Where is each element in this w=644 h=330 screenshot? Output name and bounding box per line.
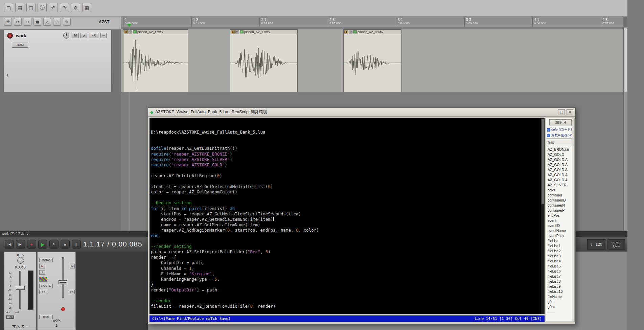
repeat-button[interactable]: ↻ (49, 240, 59, 249)
media-item[interactable]: ▮Mipl0000_AZ_1.wav (123, 29, 188, 92)
watch-variable[interactable]: gfx (548, 299, 574, 304)
glue-items-icon[interactable]: ∪ (24, 18, 31, 26)
master-gain-readout[interactable]: 0.00dB (4, 265, 36, 269)
watch-variable[interactable]: fileList.10 (548, 289, 574, 294)
track-more-button[interactable]: ⋯ (100, 33, 107, 38)
master-output-icon[interactable]: ◉ (16, 253, 19, 257)
mixer-route-button[interactable]: ROUTE (39, 284, 53, 288)
track-name[interactable]: work (16, 33, 26, 38)
panel-scrollbar[interactable] (572, 118, 574, 322)
scrollbar-thumb[interactable] (624, 28, 627, 92)
close-button[interactable]: × (567, 109, 573, 115)
grid-snap-icon[interactable]: ▦ (33, 18, 41, 26)
item-notes-button[interactable]: i (133, 30, 137, 33)
redo-icon[interactable]: ↷ (60, 3, 69, 12)
watch-variable[interactable]: fileList.6 (548, 269, 574, 274)
work-mixer-strip[interactable]: MONO M S ROUTE FX M FX TRIM work 1 (37, 252, 76, 330)
watch-variable[interactable]: fileList.4 (548, 259, 574, 264)
watch-name-header[interactable]: 名前 (546, 138, 574, 146)
watch-variable[interactable]: AZ_GOLD.A (548, 167, 574, 172)
open-project-icon[interactable]: ▤ (15, 3, 24, 12)
edit-cursor-marker[interactable] (127, 24, 132, 27)
mixer-solo-button[interactable]: S (39, 270, 45, 275)
master-mono-icon[interactable]: ∿ (21, 253, 24, 257)
master-pan-knob[interactable] (17, 257, 24, 264)
work-fader-handle[interactable] (59, 280, 67, 284)
watch-variable[interactable]: AZ_SILVER (548, 183, 574, 188)
watch-variable[interactable]: container (548, 193, 574, 198)
mixer-fx-button[interactable]: FX (39, 290, 48, 294)
track-solo-button[interactable]: S (80, 33, 87, 38)
watch-variable[interactable]: AZ_BRONZE (548, 147, 574, 152)
track-fx-button[interactable]: FX (89, 33, 98, 38)
watch-variable[interactable]: containerN (548, 203, 574, 208)
watch-variable[interactable]: fileList.8 (548, 279, 574, 284)
watch-variable[interactable]: eventName (548, 228, 574, 233)
watch-variable[interactable]: AZ_GOLD.A (548, 172, 574, 178)
watch-variable[interactable]: eventPath (548, 233, 574, 238)
mixer-mono-button[interactable]: MONO (39, 258, 53, 262)
code-editor[interactable]: D:\reapdock\AZSTOKE_Wwise_FullAuto_Bank_… (150, 118, 545, 314)
watch-variable[interactable]: fileList.7 (548, 274, 574, 279)
watch-variable[interactable]: containerP (548, 208, 574, 213)
track-control-panel[interactable]: work M S FX ⋯ TRIM 1 (3, 29, 112, 92)
editor-scrollbar[interactable] (541, 118, 545, 314)
watch-variable[interactable]: color (548, 188, 574, 193)
mixer-fx-2-button[interactable]: FX (69, 290, 75, 294)
arrange-vertical-scrollbar[interactable] (623, 27, 627, 231)
metronome-icon[interactable]: △ (43, 18, 51, 26)
watch-variable[interactable]: containerID (548, 198, 574, 203)
timeline-ruler[interactable]: 10:00.0001.30:01.0002.10:02.0002.30:03.0… (121, 17, 623, 27)
item-notes-button[interactable]: i (353, 30, 357, 33)
watch-variable[interactable]: fileList.9 (548, 284, 574, 289)
goto-end-button[interactable]: ▶| (16, 240, 25, 249)
watch-variable[interactable]: fileList.1 (548, 243, 574, 249)
mixer-mute-button[interactable]: M (39, 264, 45, 268)
track-envelope-trim-button[interactable]: TRIM (12, 43, 28, 48)
pause-button[interactable]: || (72, 240, 81, 249)
watch-variable[interactable]: AZ_GOLD.A (548, 162, 574, 167)
save-project-icon[interactable]: ◫ (26, 3, 36, 12)
master-rms-badge[interactable]: RMS (6, 315, 14, 319)
project-info-icon[interactable]: ⓘ (38, 3, 47, 12)
pan-fader[interactable] (39, 277, 47, 282)
undo-icon[interactable]: ↶ (49, 3, 58, 12)
watch-variable[interactable]: AZ_GOLD (548, 152, 574, 157)
watch-variable[interactable]: AZ_GOLD.A (548, 178, 574, 183)
watch-variable[interactable]: fileList (548, 238, 574, 243)
track-mute-button[interactable]: M (72, 33, 79, 38)
master-mixer-strip[interactable]: ◉ ∿ 0.00dB 1260-6-12-18-24-30-36 -inf -i… (4, 252, 37, 330)
lock-toggle-icon[interactable]: ⊙ (53, 18, 61, 26)
split-item-icon[interactable]: ✂ (14, 18, 22, 26)
media-item[interactable]: ▮Mipl0000_AZ_3.wav (343, 29, 401, 92)
mixer-mute-2-button[interactable]: M (70, 264, 75, 268)
item-group-icon[interactable]: ▮ (344, 30, 348, 33)
play-button[interactable]: ▶ (38, 240, 47, 249)
watch-variable[interactable]: event (548, 218, 574, 223)
watch-variable[interactable]: gfx.a (548, 304, 574, 309)
watch-variable[interactable]: eventID (548, 223, 574, 228)
item-group-icon[interactable]: ▮ (231, 30, 235, 33)
tempo-display[interactable]: ♩ 120 (587, 239, 605, 250)
watch-variable[interactable]: fileList.5 (548, 264, 574, 269)
watch-variable[interactable]: fileList.2 (548, 249, 574, 254)
item-mute-button[interactable]: M (349, 30, 352, 33)
transport-time-display[interactable]: 1.1.17 / 0:00.085 (83, 240, 142, 248)
watch-variable[interactable]: fileList.3 (548, 254, 574, 259)
lock-icon[interactable]: ⊘ (71, 3, 80, 12)
new-project-icon[interactable]: ▢ (4, 3, 13, 12)
watch-checkbox-row[interactable]: ✓ 変数を監視(W) (546, 133, 574, 138)
tempo-value[interactable]: 120 (595, 242, 602, 247)
record-arm-button[interactable] (7, 33, 13, 39)
start-script-button[interactable]: 開始(S) (549, 119, 572, 125)
checkbox-checked-icon[interactable]: ✓ (547, 134, 550, 137)
global-automation-button[interactable]: GLOBAL OFF (607, 239, 625, 250)
pan-knob[interactable] (63, 32, 69, 39)
watch-variable[interactable]: endPos (548, 213, 574, 218)
edit-cursor-icon[interactable]: ✚ (4, 18, 12, 26)
master-fader-handle[interactable] (16, 286, 25, 290)
item-mute-button[interactable]: M (235, 30, 239, 33)
checkbox-checked-icon[interactable]: ✓ (547, 128, 550, 132)
item-notes-button[interactable]: i (240, 30, 244, 33)
ide-titlebar[interactable]: ◆ AZSTOKE_Wwise_FullAuto_Bank_5.lua - Re… (148, 108, 575, 117)
